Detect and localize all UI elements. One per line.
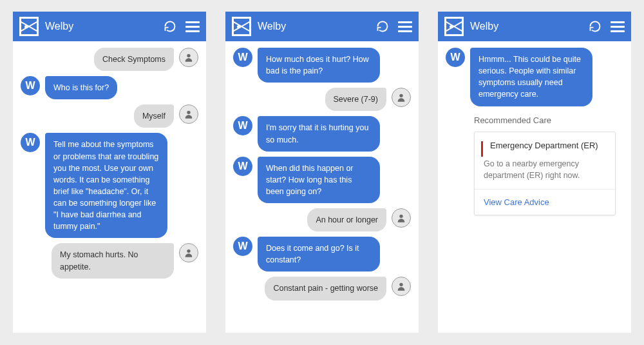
chat-bubble-user[interactable]: Check Symptoms <box>94 48 174 71</box>
user-avatar-icon <box>179 104 198 124</box>
user-avatar-icon <box>392 277 411 296</box>
refresh-icon[interactable] <box>589 20 601 33</box>
recommendation-desc: Go to a nearby emergency department (ER)… <box>484 158 606 181</box>
phone-screen-2: Welby W How much does it hurt? How bad i… <box>225 12 419 333</box>
user-avatar-icon <box>392 208 411 228</box>
app-header: Welby <box>13 12 206 41</box>
menu-icon[interactable] <box>611 21 625 32</box>
menu-icon[interactable] <box>398 21 412 32</box>
chat-row-user: Constant pain - getting worse <box>233 277 411 300</box>
app-title: Welby <box>45 21 164 32</box>
app-header: Welby <box>225 12 419 41</box>
chat-row-bot: W Hmmm... This could be quite serious. P… <box>446 48 623 106</box>
chat-row-user: Check Symptoms <box>21 48 198 71</box>
user-avatar-icon <box>392 88 411 107</box>
chat-bubble-user[interactable]: Myself <box>134 104 174 128</box>
svg-point-4 <box>399 215 402 218</box>
recommendation-title: Recommended Care <box>474 115 616 125</box>
recommendation-footer: View Care Advice <box>475 190 615 215</box>
app-header: Welby <box>438 12 631 41</box>
recommendation-name: Emergency Department (ER) <box>490 140 606 152</box>
phone-screen-1: Welby Check Symptoms W Who is this for? … <box>13 12 206 333</box>
app-logo <box>444 17 464 36</box>
chat-row-bot: W I'm sorry that it is hurting you so mu… <box>233 116 411 151</box>
user-avatar-icon <box>179 48 198 67</box>
chat-row-bot: W Does it come and go? Is it constant? <box>233 237 411 271</box>
recommendation-card: Emergency Department (ER) Go to a nearby… <box>474 132 616 215</box>
chat-bubble-user[interactable]: My stomach hurts. No appetite. <box>52 243 174 278</box>
svg-point-5 <box>399 283 402 286</box>
chat-bubble-bot: I'm sorry that it is hurting you so much… <box>258 116 380 151</box>
phone-screen-3: Welby W Hmmm... This could be quite seri… <box>438 12 631 333</box>
bot-avatar-icon: W <box>233 48 252 67</box>
user-avatar-icon <box>179 243 198 262</box>
menu-icon[interactable] <box>185 21 200 32</box>
chat-area: W Hmmm... This could be quite serious. P… <box>438 41 631 333</box>
chat-bubble-bot: Who is this for? <box>45 76 117 99</box>
app-title: Welby <box>470 21 589 32</box>
header-actions <box>589 20 625 33</box>
bot-avatar-icon: W <box>21 76 40 95</box>
chat-row-user: An hour or longer <box>233 208 411 232</box>
bot-avatar-icon: W <box>446 48 465 67</box>
app-title: Welby <box>258 21 376 32</box>
bot-avatar-icon: W <box>21 133 40 152</box>
chat-row-bot: W When did this happen or start? How lon… <box>233 157 411 203</box>
chat-bubble-bot: How much does it hurt? How bad is the pa… <box>258 48 380 83</box>
chat-bubble-bot: Does it come and go? Is it constant? <box>258 237 380 271</box>
view-care-advice-link[interactable]: View Care Advice <box>484 197 606 207</box>
chat-bubble-user[interactable]: Constant pain - getting worse <box>265 277 386 300</box>
refresh-icon[interactable] <box>164 20 176 33</box>
svg-point-2 <box>187 250 190 253</box>
bot-avatar-icon: W <box>233 237 252 256</box>
header-actions <box>376 20 412 33</box>
chat-row-user: Myself <box>21 104 198 128</box>
chat-bubble-bot: When did this happen or start? How long … <box>258 157 380 203</box>
chat-bubble-user[interactable]: Severe (7-9) <box>325 88 386 111</box>
app-logo <box>232 17 251 36</box>
header-actions <box>164 20 200 33</box>
recommendation-section: Recommended Care Emergency Department (E… <box>446 112 623 215</box>
chat-row-user: Severe (7-9) <box>233 88 411 111</box>
chat-area: W How much does it hurt? How bad is the … <box>225 41 419 333</box>
chat-bubble-bot: Hmmm... This could be quite serious. Peo… <box>470 48 592 106</box>
svg-point-3 <box>399 94 402 97</box>
svg-point-1 <box>187 111 190 114</box>
chat-bubble-bot: Tell me about the symptoms or problems t… <box>45 133 167 238</box>
chat-bubble-user[interactable]: An hour or longer <box>307 208 386 232</box>
svg-point-0 <box>187 54 190 57</box>
chat-row-bot: W How much does it hurt? How bad is the … <box>233 48 411 83</box>
bot-avatar-icon: W <box>233 116 252 135</box>
severity-bar-icon <box>481 141 483 157</box>
app-logo <box>19 17 39 36</box>
chat-row-bot: W Tell me about the symptoms or problems… <box>21 133 198 238</box>
chat-row-bot: W Who is this for? <box>21 76 198 99</box>
bot-avatar-icon: W <box>233 157 252 176</box>
refresh-icon[interactable] <box>376 20 389 33</box>
recommendation-body: Emergency Department (ER) Go to a nearby… <box>475 132 615 190</box>
chat-row-user: My stomach hurts. No appetite. <box>21 243 198 278</box>
chat-area: Check Symptoms W Who is this for? Myself… <box>13 41 206 333</box>
